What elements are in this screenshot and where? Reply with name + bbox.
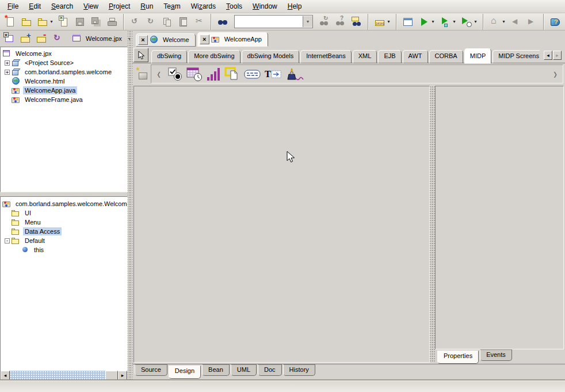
dropdown-caret-icon[interactable] (473, 19, 478, 24)
dropdown-caret-icon[interactable] (386, 19, 391, 24)
welcome-jpx-tree-item[interactable]: Welcome.jpx (1, 49, 127, 58)
edit-menu-item[interactable]: Edit (24, 1, 46, 12)
run-menu-item[interactable]: Run (135, 1, 158, 12)
find-button[interactable] (215, 13, 230, 31)
uml-view-tab[interactable]: UML (231, 364, 257, 376)
search-menu-item[interactable]: Search (46, 1, 78, 12)
scroll-components-right-icon[interactable]: › (551, 66, 559, 83)
more-dbswing-palette-tab[interactable]: More dbSwing (188, 50, 240, 63)
add-to-project-button[interactable] (18, 30, 33, 47)
search-input[interactable] (235, 17, 303, 26)
palette-imageitem-button[interactable] (224, 67, 240, 82)
welcomeapp-java-tree-item[interactable]: WelcomeApp.java (1, 86, 127, 95)
scrollbar-track[interactable] (10, 371, 118, 380)
design-canvas[interactable] (133, 86, 430, 363)
project-menu-item[interactable]: Project (104, 1, 135, 12)
corba-palette-tab[interactable]: CORBA (429, 50, 463, 63)
welcome-editor-tab[interactable]: Welcome (136, 33, 196, 47)
help-button[interactable] (548, 13, 563, 31)
left-panels-splitter[interactable] (0, 192, 128, 196)
dropdown-caret-icon[interactable] (452, 19, 457, 24)
inspector-splitter[interactable] (430, 86, 435, 363)
redo-button[interactable] (144, 13, 159, 31)
find-in-path-button[interactable] (349, 13, 364, 31)
source-view-tab[interactable]: Source (135, 364, 167, 376)
welcomeframe-java-tree-item[interactable]: WelcomeFrame.java (1, 95, 127, 104)
scroll-right-button[interactable]: ▸ (118, 371, 127, 380)
run-dialog-button[interactable] (400, 13, 415, 31)
project-source-tree-item[interactable]: + <Project Source> (1, 58, 127, 67)
dbswing-models-palette-tab[interactable]: dbSwing Models (242, 50, 300, 63)
remove-from-project-button[interactable] (34, 30, 49, 47)
close-tab-button[interactable] (138, 35, 148, 45)
scroll-left-button[interactable]: ◂ (1, 371, 10, 380)
midp-screens-palette-tab[interactable]: MIDP Screens (493, 50, 540, 63)
run-button[interactable] (417, 13, 437, 31)
scroll-palette-tabs-right-button[interactable] (553, 51, 562, 60)
ejb-palette-tab[interactable]: EJB (378, 50, 401, 63)
bean-chooser-icon[interactable] (136, 67, 150, 81)
welcome-html-tree-item[interactable]: Welcome.html (1, 77, 127, 86)
cut-button[interactable] (192, 13, 207, 31)
dropdown-caret-icon[interactable] (430, 19, 436, 24)
refresh-button[interactable] (50, 30, 65, 47)
close-tab-button[interactable] (200, 35, 209, 44)
history-view-tab[interactable]: History (283, 364, 315, 376)
palette-textfield-button[interactable]: T (265, 68, 282, 81)
view-menu-item[interactable]: View (78, 1, 104, 12)
print-button[interactable] (105, 13, 120, 31)
palette-ticker-button[interactable] (285, 67, 304, 82)
palette-choicegroup-button[interactable] (168, 67, 183, 81)
ui-tree-item[interactable]: UI (1, 208, 127, 218)
tree-expander[interactable]: + (5, 70, 10, 75)
new-file-button[interactable] (3, 13, 18, 31)
dropdown-caret-icon[interactable] (49, 19, 54, 24)
palette-datefield-button[interactable] (186, 67, 203, 82)
combo-dropdown-button[interactable] (303, 16, 312, 27)
tools-menu-item[interactable]: Tools (221, 1, 247, 12)
save-all-button[interactable] (89, 13, 104, 31)
debug-button[interactable] (438, 13, 458, 31)
paste-button[interactable] (176, 13, 191, 31)
back-button[interactable] (509, 13, 524, 31)
reopen-button[interactable] (35, 13, 55, 31)
panel-splitter-top[interactable] (128, 31, 132, 47)
open-file-button[interactable] (19, 13, 34, 31)
design-view-tab[interactable]: Design (169, 366, 201, 379)
selection-pointer-button[interactable] (133, 48, 148, 62)
project-selector[interactable]: Welcome.jpx (70, 31, 133, 46)
file-menu-item[interactable]: File (2, 1, 24, 12)
tree-expander[interactable]: - (5, 238, 10, 243)
dropdown-caret-icon[interactable] (501, 19, 506, 24)
properties-inspector-tab[interactable]: Properties (437, 351, 479, 364)
team-menu-item[interactable]: Team (158, 1, 185, 12)
tree-expander[interactable]: + (5, 60, 10, 66)
home-button[interactable] (487, 13, 507, 31)
undo-button[interactable] (128, 13, 143, 31)
com-borland-samples-welcome-tree-item[interactable]: + com.borland.samples.welcome (1, 67, 127, 77)
close-file-button[interactable] (56, 13, 71, 31)
forward-button[interactable] (525, 13, 540, 31)
save-button[interactable] (72, 13, 87, 31)
help-menu-item[interactable]: Help (282, 1, 307, 12)
menu-tree-item[interactable]: Menu (1, 218, 127, 227)
profile-button[interactable] (459, 13, 479, 31)
bean-view-tab[interactable]: Bean (202, 364, 230, 376)
wizards-menu-item[interactable]: Wizards (186, 1, 221, 12)
palette-gauge-button[interactable] (206, 67, 221, 82)
scroll-palette-tabs-left-button[interactable] (544, 51, 552, 60)
main-vertical-splitter[interactable] (128, 47, 132, 380)
palette-stringitem-button[interactable] (244, 68, 261, 81)
welcomeapp-editor-tab[interactable]: WelcomeApp (197, 32, 268, 47)
find-again-button[interactable] (317, 13, 332, 31)
internetbeans-palette-tab[interactable]: InternetBeans (300, 50, 352, 63)
events-inspector-tab[interactable]: Events (480, 349, 512, 361)
scroll-components-left-icon[interactable]: ‹ (155, 66, 163, 83)
this-tree-item[interactable]: this (1, 245, 127, 254)
window-menu-item[interactable]: Window (247, 1, 282, 12)
close-project-button[interactable] (2, 30, 17, 47)
copy-button[interactable] (160, 13, 175, 31)
data-access-tree-item[interactable]: Data Access (1, 227, 127, 236)
xml-palette-tab[interactable]: XML (353, 50, 377, 63)
midp-palette-tab[interactable]: MIDP (464, 48, 492, 63)
